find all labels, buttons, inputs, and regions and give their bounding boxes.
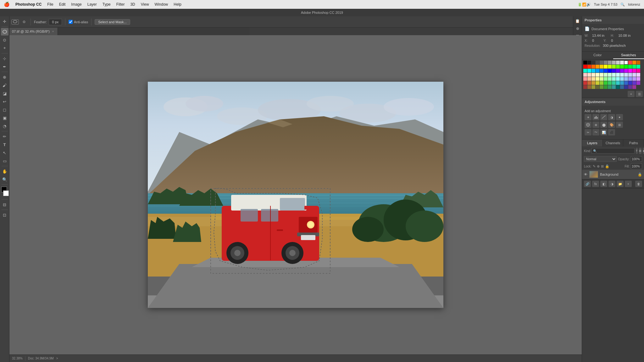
swatch-red1[interactable] [628, 61, 632, 64]
brush-tool[interactable]: 🖌 [1, 81, 8, 89]
lock-position-icon[interactable]: ⊕ [597, 164, 600, 168]
swatch-r3[interactable] [591, 65, 595, 69]
paths-tab[interactable]: Paths [623, 140, 644, 146]
swatch-d6[interactable] [604, 81, 608, 85]
swatch-d4[interactable] [596, 81, 599, 85]
swatch-p14[interactable] [636, 73, 640, 77]
invert-adj-btn[interactable]: 〜 [592, 129, 599, 135]
swatch-c12[interactable] [628, 69, 632, 73]
menu-file[interactable]: File [47, 2, 53, 7]
curves-adj-btn[interactable] [600, 114, 607, 120]
swatch-e10[interactable] [620, 85, 624, 89]
layer-styles-btn[interactable]: fx [592, 181, 599, 187]
eyedropper-tool[interactable]: ✒ [1, 63, 8, 70]
lasso-tool[interactable]: ⊙ [1, 36, 8, 44]
swatch-e13[interactable] [632, 85, 636, 89]
swatch-p1[interactable] [583, 73, 587, 77]
swatch-d3[interactable] [591, 81, 595, 85]
swatch-orange1[interactable] [632, 61, 636, 64]
swatch-e6[interactable] [604, 85, 608, 89]
menu-view[interactable]: View [141, 2, 149, 7]
swatches-tab[interactable]: Swatches [613, 52, 644, 59]
swatch-m7[interactable] [608, 77, 612, 81]
zoom-tool[interactable]: 🔍 [1, 176, 8, 183]
link-layers-btn[interactable]: 🔗 [584, 181, 591, 187]
menu-3d[interactable]: 3D [130, 2, 135, 7]
delete-layer-btn[interactable]: 🗑 [635, 181, 642, 187]
menu-help[interactable]: Help [174, 2, 181, 7]
swatch-p5[interactable] [600, 73, 603, 77]
swatch-e1[interactable] [583, 85, 587, 89]
layers-filter1[interactable]: T [636, 148, 638, 154]
move-tool[interactable]: ✛ [1, 18, 8, 25]
channelmixer-adj-btn[interactable]: ⊞ [616, 122, 623, 128]
swatch-c5[interactable] [600, 69, 603, 73]
marquee-ellipse-btn[interactable] [11, 19, 19, 25]
swatch-d8[interactable] [612, 81, 616, 85]
swatch-c11[interactable] [624, 69, 628, 73]
photofilter-adj-btn[interactable]: 🎨 [608, 122, 615, 128]
layers-filter2[interactable]: ⊞ [639, 148, 641, 154]
select-and-mask-btn[interactable]: Select and Mask... [95, 19, 130, 25]
swatch-p6[interactable] [604, 73, 608, 77]
color-tab[interactable]: Color [582, 52, 613, 59]
lock-all-icon[interactable]: 🔒 [605, 164, 609, 168]
swatch-c4[interactable] [596, 69, 599, 73]
swatch-m9[interactable] [616, 77, 620, 81]
screen-mode-btn[interactable]: ⊡ [1, 211, 8, 219]
swatch-r5[interactable] [600, 65, 603, 69]
swatch-r1[interactable] [583, 65, 587, 69]
swatch-c7[interactable] [608, 69, 612, 73]
swatch-m5[interactable] [600, 77, 603, 81]
swatch-light3[interactable] [620, 61, 624, 64]
feather-input[interactable] [49, 19, 62, 25]
new-group-btn[interactable]: 📁 [617, 181, 624, 187]
swatch-p11[interactable] [624, 73, 628, 77]
anti-alias-checkbox[interactable] [69, 20, 73, 24]
apple-menu[interactable]: 🍎 [4, 2, 10, 7]
swatch-m12[interactable] [628, 77, 632, 81]
swatch-d1[interactable] [583, 81, 587, 85]
menu-type[interactable]: Type [103, 2, 111, 7]
swatch-p2[interactable] [587, 73, 591, 77]
swatch-d9[interactable] [616, 81, 620, 85]
new-adj-layer-btn[interactable]: ◑ [608, 181, 615, 187]
swatch-c14[interactable] [636, 69, 640, 73]
channels-tab[interactable]: Channels [603, 140, 624, 146]
posterize-adj-btn[interactable]: 📊 [600, 129, 607, 135]
new-layer-btn[interactable]: + [625, 181, 632, 187]
vibrance-adj-btn[interactable]: ✦ [616, 114, 623, 120]
hand-tool[interactable]: ✋ [1, 167, 8, 175]
swatch-r12[interactable] [628, 65, 632, 69]
lasso-btn[interactable]: ⊙ [21, 19, 27, 25]
swatch-p7[interactable] [608, 73, 612, 77]
layers-search-input[interactable] [591, 148, 635, 154]
swatch-d13[interactable] [632, 81, 636, 85]
swatch-p4[interactable] [596, 73, 599, 77]
swatch-e9[interactable] [616, 85, 620, 89]
menu-filter[interactable]: Filter [116, 2, 125, 7]
marquee-tool[interactable] [1, 28, 8, 36]
swatch-light1[interactable] [612, 61, 616, 64]
swatch-c9[interactable] [616, 69, 620, 73]
swatch-black[interactable] [583, 61, 587, 64]
swatch-r7[interactable] [608, 65, 612, 69]
search-icon[interactable]: 🔍 [620, 3, 625, 7]
anti-alias-checkbox-label[interactable]: Anti-alias [69, 20, 88, 24]
bw-adj-btn[interactable]: ⬤ [600, 122, 607, 128]
layers-filter3[interactable]: ◈ [643, 148, 644, 154]
brightness-adj-btn[interactable]: ☀ [585, 114, 591, 120]
swatch-m4[interactable] [596, 77, 599, 81]
magic-wand-tool[interactable]: ⌖ [1, 44, 8, 52]
swatch-menu-btn[interactable]: ☰ [636, 91, 643, 97]
swatch-p13[interactable] [632, 73, 636, 77]
swatch-r2[interactable] [587, 65, 591, 69]
healing-tool[interactable]: ⊕ [1, 73, 8, 81]
background-layer[interactable]: 👁 Background 🔒 [582, 170, 644, 179]
layers-icon-btn[interactable]: ⊕ [574, 25, 581, 32]
swatch-c1[interactable] [583, 69, 587, 73]
swatch-e2[interactable] [587, 85, 591, 89]
quick-mask-btn[interactable]: ⊟ [1, 201, 8, 208]
swatch-d7[interactable] [608, 81, 612, 85]
swatch-e4[interactable] [596, 85, 599, 89]
